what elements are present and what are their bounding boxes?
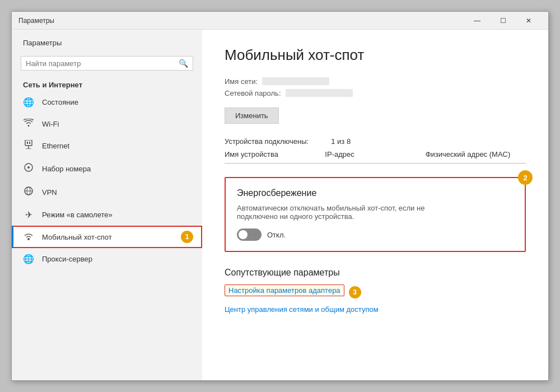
search-box[interactable]: 🔍 [21,56,193,71]
wifi-icon [23,119,34,129]
energy-title: Энергосбережение [237,188,514,198]
window-controls: — ☐ ✕ [464,12,542,30]
adapter-link-wrapper: Настройка параметров адаптера 3 [225,284,361,300]
network-name-label: Имя сети: [225,77,258,86]
network-name-value [262,77,329,85]
maximize-button[interactable]: ☐ [490,12,516,30]
devices-connected-label: Устройства подключены: [225,137,309,146]
devices-connected-value: 1 из 8 [331,137,351,146]
section-label: Сеть и Интернет [12,75,202,91]
toggle-knob [239,230,248,239]
proxy-icon: 🌐 [23,254,34,264]
badge-1-number: 1 [181,231,193,243]
airplane-icon: ✈ [23,209,34,220]
sidebar-item-hotspot[interactable]: Мобильный хот-спот 1 [12,226,202,248]
sidebar-item-label: Wi-Fi [42,120,59,128]
password-label: Сетевой пароль: [225,89,281,97]
sidebar-item-label: Режим «в самолете» [42,211,113,219]
vpn-icon [23,186,34,198]
svg-rect-0 [25,140,32,146]
window-title: Параметры [18,17,464,25]
col-ip-header: IP-адрес [325,150,425,158]
badge-1: 1 [181,231,193,243]
sidebar-item-label: Ethernet [42,142,69,150]
col-mac-header: Физический адрес (MAC) [426,150,526,158]
sidebar-item-vpn[interactable]: VPN [12,180,202,204]
hotspot-icon [23,231,34,242]
title-bar: Параметры — ☐ ✕ [12,12,548,30]
password-value [286,89,353,97]
toggle-label: Откл. [267,231,286,239]
related-section: Сопутствующие параметры Настройка параме… [225,268,526,317]
table-header: Имя устройства IP-адрес Физический адрес… [225,150,526,164]
sidebar-item-label: Состояние [42,98,78,106]
settings-window: Параметры — ☐ ✕ Параметры 🔍 Сеть и Интер… [11,11,549,381]
svg-point-10 [27,238,30,240]
sidebar-item-label: VPN [42,188,57,197]
sidebar-item-label: Мобильный хот-спот [42,233,112,241]
energy-toggle[interactable] [237,228,262,241]
toggle-row: Откл. [237,228,514,241]
sidebar-header: Параметры [12,30,202,52]
main-content: Мобильный хот-спот Имя сети: Сетевой пар… [202,30,548,380]
sidebar-item-proxy[interactable]: 🌐 Прокси-сервер [12,248,202,270]
password-row: Сетевой пароль: [225,89,526,97]
badge-3: 3 [349,286,361,298]
sidebar-item-label: Прокси-сервер [42,255,92,263]
search-input[interactable] [26,59,179,68]
minimize-button[interactable]: — [464,12,490,30]
page-title: Мобильный хот-спот [225,46,526,64]
sidebar-item-label: Набор номера [42,165,91,173]
svg-point-6 [27,166,30,169]
network-name-row: Имя сети: [225,77,526,86]
sidebar-item-dialup[interactable]: Набор номера [12,157,202,180]
sidebar-item-wifi[interactable]: Wi-Fi [12,113,202,134]
energy-box: 2 Энергосбережение Автоматически отключа… [225,177,526,252]
devices-count-row: Устройства подключены: 1 из 8 [225,137,526,146]
sidebar: Параметры 🔍 Сеть и Интернет 🌐 Состояние [12,30,202,380]
badge-2: 2 [518,170,533,185]
col-device-header: Имя устройства [225,150,325,158]
devices-section: Устройства подключены: 1 из 8 Имя устрой… [225,137,526,164]
sidebar-item-ethernet[interactable]: Ethernet [12,134,202,157]
status-icon: 🌐 [23,97,34,108]
energy-description: Автоматически отключать мобильный хот-сп… [237,204,450,221]
search-icon: 🔍 [179,59,188,68]
sidebar-item-airplane[interactable]: ✈ Режим «в самолете» [12,204,202,226]
svg-rect-4 [29,142,30,144]
content-area: Параметры 🔍 Сеть и Интернет 🌐 Состояние [12,30,548,380]
network-center-link[interactable]: Центр управления сетями и общим доступом [225,305,379,314]
svg-rect-3 [27,142,28,144]
related-title: Сопутствующие параметры [225,268,526,278]
close-button[interactable]: ✕ [516,12,542,30]
adapter-settings-link[interactable]: Настройка параметров адаптера [225,284,344,296]
ethernet-icon [23,140,34,151]
change-button[interactable]: Изменить [225,108,279,124]
dialup-icon [23,162,34,175]
sidebar-item-status[interactable]: 🌐 Состояние [12,91,202,113]
